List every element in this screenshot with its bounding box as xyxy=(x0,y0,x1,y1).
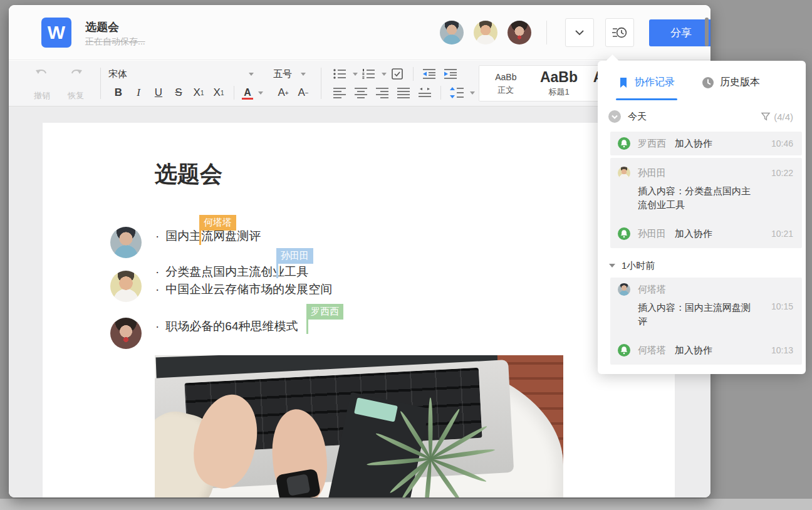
character-spacing-button[interactable] xyxy=(414,85,435,101)
bullet-glyph: · xyxy=(155,283,159,296)
avatar-suntiantian[interactable] xyxy=(474,21,497,44)
timestamp: 10:46 xyxy=(771,138,793,148)
toolbar-divider xyxy=(321,68,321,99)
filter-count: (4/4) xyxy=(774,112,793,122)
bullet-list-icon xyxy=(333,68,346,80)
collaboration-history-button[interactable] xyxy=(605,18,634,47)
superscript-base: X xyxy=(194,86,200,99)
decrease-indent-icon xyxy=(422,68,437,80)
collapse-toolbar-button[interactable] xyxy=(565,18,594,47)
superscript-button[interactable]: X1 xyxy=(189,85,209,101)
bold-button[interactable]: B xyxy=(108,85,128,101)
document-inline-photo[interactable] xyxy=(155,355,563,497)
photo-smartwatch-face xyxy=(286,474,311,496)
numbered-list-icon xyxy=(362,68,375,80)
document-title-header[interactable]: 选题会 xyxy=(85,20,145,34)
subscript-button[interactable]: X1 xyxy=(209,85,229,101)
font-family-select[interactable]: 宋体 xyxy=(108,65,254,83)
activity-join-row: 何塔塔 加入协作 10:13 xyxy=(610,338,802,362)
decrease-indent-button[interactable] xyxy=(419,66,440,82)
caret-down-icon[interactable] xyxy=(470,91,475,95)
numbered-list-button[interactable] xyxy=(358,66,379,82)
header-divider xyxy=(546,21,547,44)
bullet-list-button[interactable] xyxy=(329,66,350,82)
funnel-icon xyxy=(761,112,771,122)
justify-icon xyxy=(397,87,410,98)
align-right-button[interactable] xyxy=(372,85,393,101)
superscript-mark: 1 xyxy=(200,90,204,96)
activity-head-row: 何塔塔 xyxy=(610,283,802,296)
collab-cursor-label-luoxixi: 罗西西 xyxy=(306,304,343,320)
document-page[interactable]: 选题会 ·国内主流网盘测评 ·分类盘点国内主流创业工具 ·中国企业云存储市场的发… xyxy=(43,123,675,497)
align-center-button[interactable] xyxy=(350,85,372,101)
doc-bullet-line[interactable]: ·职场必备的64种思维模式 xyxy=(155,318,298,335)
doc-bullet-line[interactable]: ·中国企业云存储市场的发展空间 xyxy=(155,281,332,298)
activity-join-row: 罗西西 加入协作 10:46 xyxy=(610,132,802,155)
tab-history-versions[interactable]: 历史版本 xyxy=(702,76,760,89)
decrease-font-glyph: A xyxy=(298,86,304,99)
undo-label: 撤销 xyxy=(34,90,50,101)
redo-button[interactable]: 恢复 xyxy=(59,65,93,101)
line-spacing-button[interactable] xyxy=(446,85,467,101)
font-group: 宋体 B I U S X1 X1 A xyxy=(108,65,263,101)
activity-card: 何塔塔 10:15 插入内容：国内主流网盘测评 何塔塔 加入协作 10:13 xyxy=(610,278,802,365)
font-size-value: 五号 xyxy=(273,68,292,80)
align-left-button[interactable] xyxy=(329,85,350,101)
document-title[interactable]: 选题会 xyxy=(155,159,222,190)
size-buttons-row: A+ A− xyxy=(273,84,313,101)
avatar-hetata xyxy=(618,283,630,296)
align-row xyxy=(329,84,475,101)
activity-join-row: 孙田田 加入协作 10:21 xyxy=(610,222,802,246)
font-size-select[interactable]: 五号 xyxy=(273,65,306,83)
justify-button[interactable] xyxy=(393,85,414,101)
activity-card: 孙田田 10:22 插入内容：分类盘点国内主流创业工具 孙田田 加入协作 10:… xyxy=(610,158,802,248)
action-text: 加入协作 xyxy=(675,345,712,356)
underline-glyph: U xyxy=(155,86,162,99)
checkbox-list-button[interactable] xyxy=(387,66,408,82)
font-family-value: 宋体 xyxy=(108,68,127,80)
char-format-row: B I U S X1 X1 A xyxy=(108,84,263,101)
underline-button[interactable]: U xyxy=(148,85,169,101)
filter-control[interactable]: (4/4) xyxy=(761,112,793,122)
action-text: 加入协作 xyxy=(675,228,712,240)
bell-icon xyxy=(618,227,630,240)
window-scrollbar-thumb[interactable] xyxy=(705,18,709,46)
app-logo: W xyxy=(41,18,71,48)
caret-down-icon[interactable] xyxy=(382,73,387,76)
increase-font-button[interactable]: A+ xyxy=(273,85,293,101)
decrease-font-button[interactable]: A− xyxy=(293,85,313,101)
font-color-button[interactable]: A xyxy=(239,85,256,101)
avatar-luoxixi[interactable] xyxy=(508,21,531,44)
italic-button[interactable]: I xyxy=(128,85,148,101)
style-sample: AaBb xyxy=(540,69,578,85)
caret-down-icon[interactable] xyxy=(258,91,263,95)
increase-indent-button[interactable] xyxy=(440,66,461,82)
avatar-hetata[interactable] xyxy=(440,21,464,44)
strikethrough-button[interactable]: S xyxy=(169,85,189,101)
triangle-down-icon xyxy=(609,264,615,268)
style-normal[interactable]: AaBb 正文 xyxy=(479,66,533,101)
caret-down-icon xyxy=(249,73,254,76)
list-row xyxy=(329,65,475,83)
section-header-today[interactable]: 今天 (4/4) xyxy=(598,107,806,126)
collab-cursor-label-hetata: 何塔塔 xyxy=(199,215,236,231)
collab-cursor-caret-hetata xyxy=(199,231,201,245)
style-heading1[interactable]: AaBb 标题1 xyxy=(533,66,586,101)
share-button[interactable]: 分享 xyxy=(649,19,710,46)
increase-font-glyph: A xyxy=(278,86,284,99)
actor-name: 何塔塔 xyxy=(638,345,666,356)
doc-line-text: 中国企业云存储市场的发展空间 xyxy=(165,283,332,296)
bookmark-icon xyxy=(618,76,629,89)
activity-detail-text: 插入内容：分类盘点国内主流创业工具 xyxy=(638,184,751,212)
collab-cursor-label-suntiantian: 孙田田 xyxy=(276,248,313,264)
timestamp: 10:22 xyxy=(771,168,793,178)
doc-bullet-line[interactable]: ·分类盘点国内主流创业工具 xyxy=(155,264,308,280)
section-header-1hour[interactable]: 1小时前 xyxy=(598,256,806,275)
align-center-icon xyxy=(354,87,368,98)
actor-name: 罗西西 xyxy=(638,138,666,150)
doc-line-text: 分类盘点国内主流创业工具 xyxy=(165,265,308,278)
tab-collab-records[interactable]: 协作记录 xyxy=(618,76,675,89)
margin-avatar-luoxixi xyxy=(110,318,142,349)
undo-button[interactable]: 撤销 xyxy=(25,65,59,101)
caret-down-icon[interactable] xyxy=(353,73,358,76)
